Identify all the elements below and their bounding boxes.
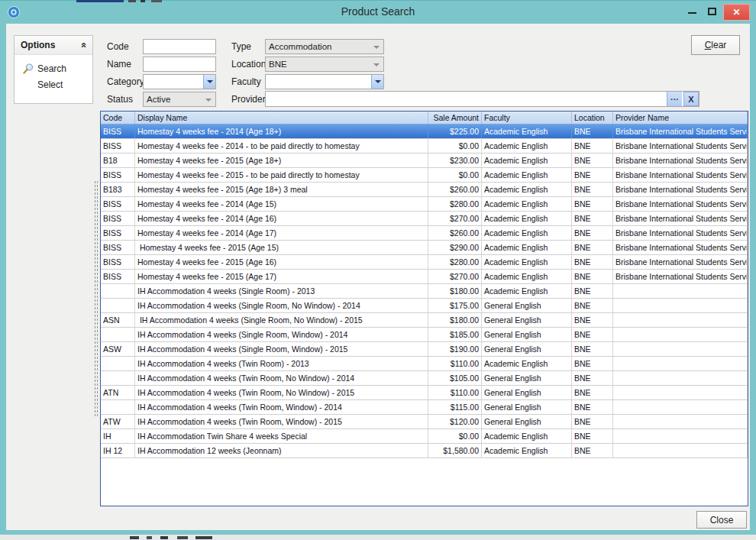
chevron-down-icon <box>373 63 380 66</box>
column-header[interactable]: Location <box>572 112 613 124</box>
table-cell: IH Accommodation 4 weeks (Twin Room) - 2… <box>135 357 428 370</box>
table-cell: Homestay 4 weeks fee - 2014 (Age 16) <box>135 212 428 225</box>
table-cell: Homestay 4 weeks fee - 2014 (Age 18+) <box>135 124 428 138</box>
close-window-button[interactable]: ✕ <box>723 4 750 21</box>
table-cell: General English <box>482 313 572 327</box>
options-panel-header[interactable]: Options « <box>15 36 92 55</box>
provider-input[interactable] <box>266 92 667 106</box>
table-row[interactable]: BISSHomestay 4 weeks fee - 2014 (Age 17)… <box>101 226 748 241</box>
faculty-dropdown[interactable] <box>265 74 384 89</box>
clear-button-label: Clear <box>705 40 727 50</box>
table-cell: $105.00 <box>428 371 482 385</box>
provider-clear-button[interactable]: X <box>683 92 699 106</box>
close-button[interactable]: Close <box>696 511 747 529</box>
table-cell: $260.00 <box>428 183 482 196</box>
table-cell <box>613 371 748 385</box>
collapse-chevron-icon[interactable]: « <box>79 42 87 47</box>
table-row[interactable]: B18Homestay 4 weeks fee - 2015 (Age 18+)… <box>101 154 748 168</box>
chevron-down-icon[interactable] <box>203 75 215 89</box>
table-cell: BISS <box>101 241 135 254</box>
column-header[interactable]: Display Name <box>135 112 428 124</box>
table-row[interactable]: ASN IH Accommodation 4 weeks (Single Roo… <box>101 313 748 328</box>
close-icon: ✕ <box>732 7 740 18</box>
type-dropdown[interactable]: Accommodation <box>265 39 384 54</box>
table-cell: Academic English <box>482 197 572 211</box>
table-row[interactable]: ATNIH Accommodation 4 weeks (Twin Room, … <box>101 386 748 400</box>
table-cell: Homestay 4 weeks fee - 2015 - to be paid… <box>135 168 428 182</box>
dialog-body: Options « Search Select Code Name Catego… <box>6 24 750 530</box>
category-dropdown[interactable] <box>143 74 216 89</box>
table-cell: $110.00 <box>428 386 482 399</box>
table-row[interactable]: B183Homestay 4 weeks fee - 2015 (Age 18+… <box>101 183 748 197</box>
table-cell: IH Accommodation 12 weeks (Jeonnam) <box>135 444 428 458</box>
table-cell <box>613 284 748 298</box>
table-cell <box>101 371 135 385</box>
table-cell: BNE <box>572 284 613 298</box>
table-cell: BNE <box>572 226 613 240</box>
titlebar[interactable]: Product Search ✕ <box>0 1 756 24</box>
status-label: Status <box>107 92 133 107</box>
column-header[interactable]: Code <box>101 112 135 124</box>
table-row[interactable]: BISSHomestay 4 weeks fee - 2014 - to be … <box>101 139 748 154</box>
table-cell: BISS <box>101 226 135 240</box>
table-cell: BISS <box>101 168 135 182</box>
table-cell: $270.00 <box>428 270 482 283</box>
table-row[interactable]: IHIH Accommodation Twin Share 4 weeks Sp… <box>101 429 748 444</box>
table-cell: Brisbane International Students Services <box>613 197 748 211</box>
table-row[interactable]: ATWIH Accommodation 4 weeks (Twin Room, … <box>101 415 748 429</box>
sidebar-item-search[interactable]: Search <box>15 60 92 76</box>
table-row[interactable]: BISSHomestay 4 weeks fee - 2014 (Age 15)… <box>101 197 748 212</box>
chevron-down-icon[interactable] <box>371 75 383 89</box>
table-cell: $115.00 <box>428 400 482 414</box>
table-row[interactable]: IH 12IH Accommodation 12 weeks (Jeonnam)… <box>101 444 748 458</box>
table-row[interactable]: IH Accommodation 4 weeks (Twin Room) - 2… <box>101 357 748 371</box>
table-row[interactable]: BISSHomestay 4 weeks fee - 2014 (Age 18+… <box>101 124 748 139</box>
column-header[interactable]: Faculty <box>482 112 572 124</box>
type-label: Type <box>231 39 251 54</box>
table-row[interactable]: BISSHomestay 4 weeks fee - 2014 (Age 16)… <box>101 212 748 226</box>
status-dropdown[interactable]: Active <box>143 92 216 107</box>
table-cell: Brisbane International Students Services <box>613 168 748 182</box>
table-row[interactable]: IH Accommodation 4 weeks (Single Room) -… <box>101 284 748 299</box>
table-cell: B183 <box>101 183 135 196</box>
table-cell: IH Accommodation 4 weeks (Twin Room, Win… <box>135 400 428 414</box>
table-row[interactable]: IH Accommodation 4 weeks (Twin Room, Win… <box>101 400 748 415</box>
table-cell: ASN <box>101 313 135 327</box>
table-row[interactable]: BISSHomestay 4 weeks fee - 2015 - to be … <box>101 168 748 183</box>
table-cell: Homestay 4 weeks fee - 2014 (Age 15) <box>135 197 428 211</box>
name-input[interactable] <box>143 57 216 72</box>
table-cell: Brisbane International Students Services <box>613 124 748 138</box>
table-cell: General English <box>482 415 572 428</box>
clear-button[interactable]: Clear <box>691 35 740 55</box>
table-cell: BNE <box>572 154 613 167</box>
grid-body: BISSHomestay 4 weeks fee - 2014 (Age 18+… <box>101 124 748 458</box>
window-title: Product Search <box>0 5 756 18</box>
status-value: Active <box>147 92 170 106</box>
table-cell: BNE <box>572 197 613 211</box>
table-cell <box>613 415 748 428</box>
minimize-button[interactable] <box>684 5 701 19</box>
location-dropdown[interactable]: BNE <box>265 57 384 72</box>
table-cell: ATN <box>101 386 135 399</box>
column-header[interactable]: Provider Name <box>613 112 748 124</box>
table-cell: $270.00 <box>428 212 482 225</box>
table-cell: Academic English <box>482 226 572 240</box>
code-input[interactable] <box>143 39 216 54</box>
table-cell: Homestay 4 weeks fee - 2015 (Age 15) <box>135 241 428 254</box>
table-cell: Academic English <box>482 139 572 153</box>
maximize-button[interactable] <box>704 5 721 19</box>
table-row[interactable]: ASWIH Accommodation 4 weeks (Single Room… <box>101 342 748 357</box>
table-row[interactable]: BISSHomestay 4 weeks fee - 2015 (Age 17)… <box>101 270 748 284</box>
options-panel: Options « Search Select <box>14 35 93 104</box>
table-row[interactable]: IH Accommodation 4 weeks (Twin Room, No … <box>101 371 748 386</box>
table-row[interactable]: IH Accommodation 4 weeks (Single Room, W… <box>101 328 748 342</box>
provider-browse-button[interactable]: ··· <box>667 92 682 106</box>
results-grid: CodeDisplay NameSale AmountFacultyLocati… <box>100 111 748 506</box>
table-row[interactable]: IH Accommodation 4 weeks (Single Room, N… <box>101 299 748 313</box>
table-cell: IH Accommodation 4 weeks (Single Room, N… <box>135 299 428 312</box>
sidebar-item-select[interactable]: Select <box>15 76 92 92</box>
table-row[interactable]: BISSHomestay 4 weeks fee - 2015 (Age 16)… <box>101 255 748 270</box>
table-row[interactable]: BISS Homestay 4 weeks fee - 2015 (Age 15… <box>101 241 748 255</box>
table-cell: BNE <box>572 444 613 458</box>
column-header[interactable]: Sale Amount <box>428 112 482 124</box>
